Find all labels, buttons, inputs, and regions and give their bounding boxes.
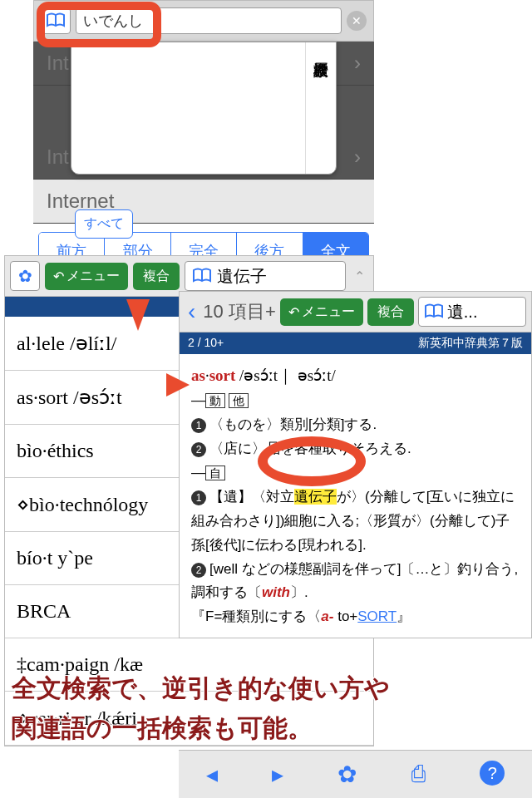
back-arrow-icon: ↶ xyxy=(53,268,64,284)
sense: 2[well などの様態副詞を伴って]〔…と〕釣り合う, 調和する〔with〕. xyxy=(191,558,520,606)
settings-button[interactable]: ✿ xyxy=(337,761,357,788)
settings-button[interactable]: ✿ xyxy=(10,261,40,291)
bookmark-button[interactable]: ⎙ xyxy=(411,761,426,788)
background-list: Int› 検索語履歴 Int› すべて Internet xyxy=(33,42,374,224)
menu-button[interactable]: ↶メニュー xyxy=(45,263,128,290)
item-count: 10 項目+ xyxy=(203,299,275,324)
dictionary-name: 新英和中辞典第７版 xyxy=(418,336,523,351)
chevron-right-icon: › xyxy=(354,145,361,169)
headword: as·sort /əsɔ́ːt｜ əsɔ́ːt/ xyxy=(191,362,520,389)
sort-link[interactable]: SORT xyxy=(357,608,397,624)
bottom-toolbar: ◂ ▸ ✿ ⎙ ? xyxy=(179,750,532,798)
book-icon xyxy=(424,303,444,320)
detail-toolbar: ‹ 10 項目+ ↶メニュー 複合 遺... xyxy=(180,292,531,332)
chevron-right-icon: › xyxy=(354,52,361,75)
annotation-highlight-box xyxy=(37,2,161,47)
compound-button[interactable]: 複合 xyxy=(367,298,414,326)
search-field[interactable]: 遺... xyxy=(418,297,526,327)
annotation-arrow-down xyxy=(123,50,153,332)
history-popup: 検索語履歴 xyxy=(71,42,337,175)
back-button[interactable]: ‹ xyxy=(185,298,199,325)
chevron-up-icon[interactable]: ⌃ xyxy=(351,268,368,284)
annotation-arrow-right xyxy=(108,370,191,400)
entry-header: 2 / 10+ 新英和中辞典第７版 xyxy=(180,332,531,354)
etymology: 『F=種類別にする〈a- to+SORT』 xyxy=(191,605,520,629)
prev-button[interactable]: ◂ xyxy=(206,761,218,788)
search-highlight: 遺伝子 xyxy=(294,489,337,505)
help-button[interactable]: ? xyxy=(480,761,505,786)
annotation-highlight-oval xyxy=(258,436,366,486)
search-field[interactable]: 遺伝子 xyxy=(185,261,346,291)
clear-search-button[interactable]: ✕ xyxy=(347,11,367,31)
position-indicator: 2 / 10+ xyxy=(188,336,224,351)
menu-button[interactable]: ↶メニュー xyxy=(280,298,363,326)
sense: 1【遺】〈対立遺伝子が〉(分離して[互いに独立に組み合わさり])細胞に入る;〈形… xyxy=(191,485,520,558)
next-button[interactable]: ▸ xyxy=(272,761,283,788)
entry-body: as·sort /əsɔ́ːt｜ əsɔ́ːt/ —動他 1〈ものを〉類別[分類… xyxy=(180,354,531,638)
back-arrow-icon: ↶ xyxy=(288,304,299,320)
history-list[interactable] xyxy=(71,42,305,174)
book-icon xyxy=(192,268,212,284)
gear-icon: ✿ xyxy=(18,266,32,286)
history-label: 検索語履歴 xyxy=(305,42,336,174)
sense: 1〈ものを〉類別[分類]する. xyxy=(191,413,520,437)
annotation-caption: 全文検索で、逆引き的な使い方や 関連語の一括検索も可能。 xyxy=(12,668,390,748)
pos-transitive: —動他 xyxy=(191,389,520,413)
